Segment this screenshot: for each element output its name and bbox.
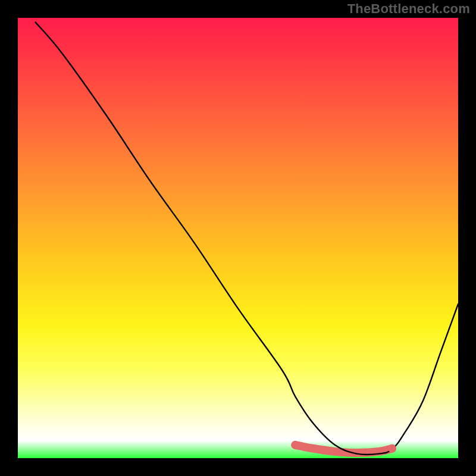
plot-area	[18, 18, 458, 458]
bottleneck-curve	[36, 22, 458, 455]
watermark-label: TheBottleneck.com	[347, 1, 470, 17]
optimal-band	[295, 445, 392, 453]
chart-svg	[18, 18, 458, 458]
curve-marker	[388, 444, 396, 453]
chart-frame: TheBottleneck.com	[0, 0, 476, 476]
